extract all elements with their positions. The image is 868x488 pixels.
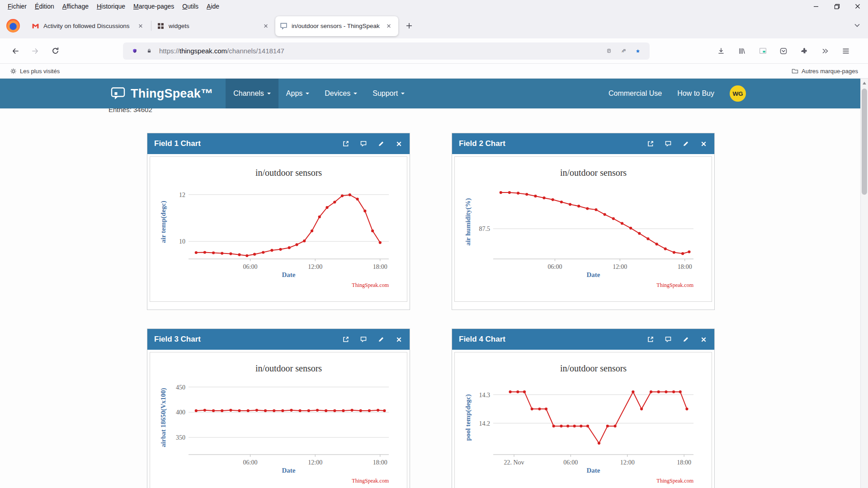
tab-gmail[interactable]: Activity on followed Discussions xyxy=(27,16,150,36)
restore-button[interactable] xyxy=(826,0,847,13)
tab-thingspeak-active[interactable]: in/outdoor sensors - ThingSpeak xyxy=(275,16,398,36)
comment-icon[interactable] xyxy=(664,335,672,343)
forward-button[interactable] xyxy=(27,43,43,59)
edit-icon[interactable] xyxy=(682,335,690,343)
field-2-chart: in/outdoor sensors87.506:0012:0018:00air… xyxy=(455,157,711,300)
menu-edition[interactable]: Édition xyxy=(31,1,58,11)
comment-icon[interactable] xyxy=(664,140,672,148)
open-external-icon[interactable] xyxy=(646,335,655,343)
toolbar-right-icons xyxy=(711,43,856,59)
overflow-chevron-icon[interactable] xyxy=(817,43,833,59)
forward-icon xyxy=(31,47,39,55)
comment-icon[interactable] xyxy=(359,335,368,343)
commercial-use-link[interactable]: Commercial Use xyxy=(609,89,662,98)
panel-title: Field 2 Chart xyxy=(459,139,505,148)
reader-mode-icon[interactable] xyxy=(604,46,614,56)
svg-text:ThingSpeak.com: ThingSpeak.com xyxy=(352,282,389,288)
bookmark-label: Autres marque-pages xyxy=(802,68,858,75)
bookmark-star-icon[interactable] xyxy=(633,46,643,56)
nav-label: Channels xyxy=(233,89,264,98)
menu-historique[interactable]: Historique xyxy=(93,1,129,11)
list-all-tabs-button[interactable] xyxy=(851,19,863,32)
nav-channels[interactable]: Channels xyxy=(226,79,278,108)
close-icon[interactable] xyxy=(395,140,403,148)
how-to-buy-link[interactable]: How to Buy xyxy=(677,89,714,98)
navigation-toolbar: https://thingspeak.com/channels/1418147 … xyxy=(0,38,868,64)
panel-title: Field 3 Chart xyxy=(154,335,201,344)
page-scrollbar[interactable] xyxy=(860,79,868,488)
svg-text:87.5: 87.5 xyxy=(479,225,491,232)
pocket-icon[interactable] xyxy=(775,43,792,59)
lock-icon[interactable] xyxy=(144,46,154,56)
close-icon[interactable] xyxy=(699,140,708,148)
nav-devices[interactable]: Devices xyxy=(317,79,365,108)
translate-icon[interactable]: A xyxy=(618,46,628,56)
panel-icons xyxy=(342,335,403,343)
gear-icon xyxy=(10,68,17,75)
field-3-chart-panel: Field 3 Chart in/outdoor sensors35040045… xyxy=(147,328,410,488)
extensions-icon[interactable] xyxy=(796,43,812,59)
nav-support[interactable]: Support xyxy=(365,79,412,108)
edit-icon[interactable] xyxy=(377,140,385,148)
speech-bubble-icon xyxy=(111,87,126,100)
new-tab-button[interactable] xyxy=(402,19,416,33)
reload-button[interactable] xyxy=(47,43,63,59)
open-external-icon[interactable] xyxy=(342,335,350,343)
close-window-button[interactable] xyxy=(847,0,868,13)
tab-close-button[interactable] xyxy=(384,21,394,31)
nav-label: Support xyxy=(373,89,398,98)
close-icon[interactable] xyxy=(699,335,708,343)
panel-title: Field 4 Chart xyxy=(459,335,505,344)
comment-icon[interactable] xyxy=(359,140,368,148)
svg-text:air temp(degc): air temp(degc) xyxy=(160,201,167,243)
scrollbar-thumb[interactable] xyxy=(862,89,867,195)
menu-marque-pages[interactable]: Marque-pages xyxy=(129,1,178,11)
svg-text:in/outdoor sensors: in/outdoor sensors xyxy=(560,168,627,178)
svg-text:14.3: 14.3 xyxy=(479,392,491,399)
menu-icon[interactable] xyxy=(838,43,854,59)
url-bar[interactable]: https://thingspeak.com/channels/1418147 … xyxy=(123,42,650,60)
open-external-icon[interactable] xyxy=(646,140,655,148)
menu-fichier[interactable]: Fichier xyxy=(4,1,31,11)
other-bookmarks[interactable]: Autres marque-pages xyxy=(789,66,861,76)
library-icon[interactable] xyxy=(734,43,750,59)
svg-text:Date: Date xyxy=(587,467,600,474)
close-icon xyxy=(387,23,391,28)
svg-text:400: 400 xyxy=(176,409,185,416)
brand-text: ThingSpeak™ xyxy=(131,87,213,101)
bookmark-most-visited[interactable]: Les plus visités xyxy=(7,66,62,76)
nav-apps[interactable]: Apps xyxy=(278,79,317,108)
field-4-chart-panel: Field 4 Chart in/outdoor sensors14.214.3… xyxy=(452,328,715,488)
scroll-up-icon[interactable] xyxy=(863,82,866,84)
minimize-button[interactable] xyxy=(806,0,826,13)
url-text[interactable]: https://thingspeak.com/channels/1418147 xyxy=(159,47,602,55)
tab-close-button[interactable] xyxy=(261,21,271,31)
edit-icon[interactable] xyxy=(682,140,690,148)
panel-header: Field 1 Chart xyxy=(147,133,410,154)
tab-close-button[interactable] xyxy=(136,21,146,31)
menu-affichage[interactable]: Affichage xyxy=(58,1,93,11)
pip-icon[interactable] xyxy=(755,43,771,59)
edit-icon[interactable] xyxy=(377,335,385,343)
tab-widgets[interactable]: widgets xyxy=(152,16,275,36)
close-icon[interactable] xyxy=(395,335,403,343)
open-external-icon[interactable] xyxy=(342,140,350,148)
avatar[interactable]: WG xyxy=(730,85,746,102)
svg-text:06:00: 06:00 xyxy=(548,263,562,270)
tab-separator xyxy=(151,21,151,31)
tab-title: in/outdoor sensors - ThingSpeak xyxy=(292,23,384,29)
svg-text:18:00: 18:00 xyxy=(373,459,387,466)
menu-aide[interactable]: Aide xyxy=(203,1,223,11)
svg-text:ThingSpeak.com: ThingSpeak.com xyxy=(656,282,693,288)
thingspeak-header: ThingSpeak™ Channels Apps Devices Suppor… xyxy=(0,79,868,108)
field-1-chart: in/outdoor sensors101206:0012:0018:00air… xyxy=(151,157,406,300)
field-4-chart: in/outdoor sensors14.214.322. Nov06:0012… xyxy=(455,352,711,488)
tracking-shield-icon[interactable] xyxy=(130,46,140,56)
back-button[interactable] xyxy=(7,43,24,59)
downloads-icon[interactable] xyxy=(713,43,729,59)
thingspeak-logo[interactable]: ThingSpeak™ xyxy=(111,87,213,101)
menu-outils[interactable]: Outils xyxy=(178,1,203,11)
svg-text:Date: Date xyxy=(587,271,600,278)
svg-text:Date: Date xyxy=(282,467,296,474)
svg-text:12:00: 12:00 xyxy=(308,459,322,466)
